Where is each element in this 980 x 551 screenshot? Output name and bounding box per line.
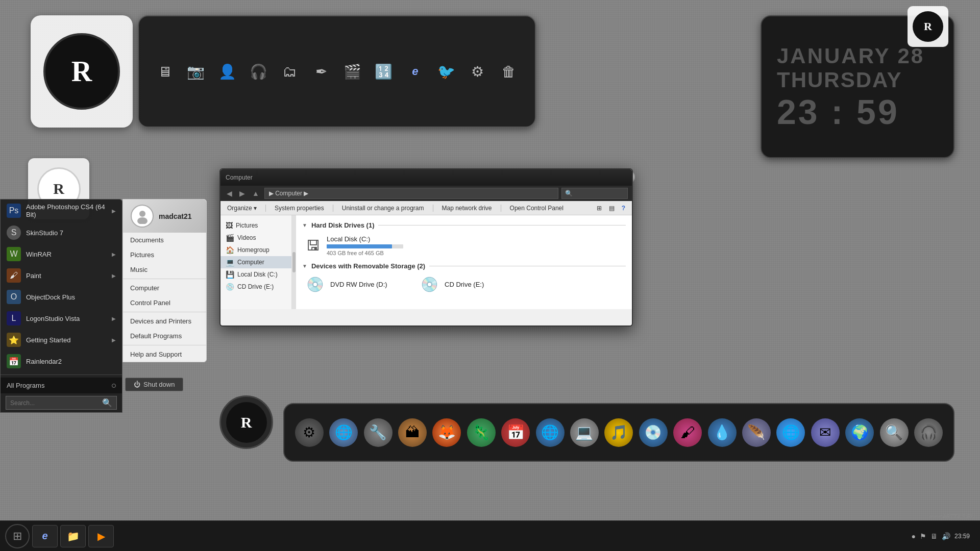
monitor-icon[interactable]: 🖥: [152, 58, 178, 85]
removable-section-label: Devices with Removable Storage (2): [311, 262, 425, 270]
dock-mail-icon[interactable]: ✉: [811, 418, 840, 447]
right-item-music[interactable]: Music: [123, 262, 206, 277]
ie-icon[interactable]: e: [402, 58, 428, 85]
sidebar-computer[interactable]: 💻 Computer: [220, 256, 291, 268]
dock-settings-icon[interactable]: ⚙: [295, 418, 324, 447]
forward-button[interactable]: ▶: [237, 188, 247, 198]
taskbar-explorer-btn[interactable]: 📁: [60, 525, 86, 547]
shutdown-button[interactable]: ⏻ Shut down: [125, 378, 183, 391]
scrollbar-thumb[interactable]: [292, 252, 296, 272]
view-btn[interactable]: ⊞: [594, 204, 604, 213]
removable-section-header[interactable]: ▼ Devices with Removable Storage (2): [302, 260, 626, 272]
view-btn2[interactable]: ▤: [606, 204, 617, 213]
dock-calendar-icon[interactable]: 📅: [501, 418, 530, 447]
headphones-icon[interactable]: 🎧: [246, 58, 272, 85]
sidebar-videos[interactable]: 🎬 Videos: [220, 232, 291, 244]
dock-globe-icon[interactable]: 🌐: [329, 418, 358, 447]
dock-water-icon[interactable]: 💧: [708, 418, 737, 447]
help-btn[interactable]: ?: [619, 204, 628, 213]
clock-date-line2: THURSDAY: [777, 68, 902, 92]
start-search-input[interactable]: [10, 399, 99, 407]
dock-headset-icon[interactable]: 🎧: [914, 418, 943, 447]
start-button[interactable]: ⊞: [5, 524, 30, 548]
uninstall-btn[interactable]: Uninstall or change a program: [339, 204, 427, 213]
bird-icon[interactable]: 🐦: [433, 58, 460, 85]
calculator-icon[interactable]: 🔢: [371, 58, 397, 85]
hard-disk-section-label: Hard Disk Drives (1): [311, 221, 375, 229]
section-arrow2: ▼: [302, 263, 307, 269]
tray-dot-icon: ●: [912, 532, 916, 540]
all-programs-label: All Programs: [7, 382, 108, 389]
dock-feather-icon[interactable]: 🪶: [742, 418, 771, 447]
up-button[interactable]: ▲: [250, 188, 261, 198]
sidebar-pictures[interactable]: 🖼 Pictures: [220, 219, 291, 232]
gear-icon[interactable]: ⚙: [464, 58, 491, 85]
tray-flag-icon: ⚑: [920, 532, 926, 540]
taskbar-ie-btn[interactable]: e: [32, 525, 58, 547]
right-item-help[interactable]: Help and Support: [123, 347, 206, 362]
start-item-label: Adobe Photoshop CS4 (64 Bit): [26, 203, 107, 218]
mapnetwork-label: Map network drive: [442, 205, 492, 212]
address-path[interactable]: ▶ Computer ▶: [264, 188, 558, 199]
sidebar-local-disk[interactable]: 💾 Local Disk (C:): [220, 268, 291, 281]
rainlendar-icon: 📅: [7, 354, 21, 368]
control-panel-btn[interactable]: Open Control Panel: [507, 204, 566, 213]
right-item-default-programs[interactable]: Default Programs: [123, 329, 206, 343]
contacts-icon[interactable]: 👤: [214, 58, 240, 85]
right-item-pictures[interactable]: Pictures: [123, 247, 206, 262]
trash-icon[interactable]: 🗑: [496, 58, 522, 85]
dock-gecko-icon[interactable]: 🦎: [467, 418, 496, 447]
back-button[interactable]: ◀: [225, 188, 234, 198]
dock-network-icon[interactable]: 🌐: [536, 418, 565, 447]
dock-network2-icon[interactable]: 🌐: [776, 418, 805, 447]
start-item-photoshop[interactable]: Ps Adobe Photoshop CS4 (64 Bit) ▶: [1, 199, 122, 222]
start-item-gettingstarted[interactable]: ⭐ Getting Started ▶: [1, 329, 122, 350]
start-item-paint[interactable]: 🖌 Paint ▶: [1, 265, 122, 286]
map-network-btn[interactable]: Map network drive: [439, 204, 495, 213]
dock-firefox-icon[interactable]: 🦊: [432, 418, 461, 447]
cd-drive-item[interactable]: 💿 CD Drive (E:): [416, 273, 529, 296]
dvd-drive-item[interactable]: 💿 DVD RW Drive (D:): [302, 273, 414, 296]
start-item-rainlendar[interactable]: 📅 Rainlendar2: [1, 350, 122, 372]
dock-photo-icon[interactable]: 🏔: [398, 418, 427, 447]
folder-icon[interactable]: 🗂: [277, 58, 303, 85]
shutdown-label: Shut down: [143, 381, 175, 388]
start-item-objectdock[interactable]: O ObjectDock Plus: [1, 286, 122, 308]
tray-volume-icon[interactable]: 🔊: [942, 532, 950, 540]
dock-tools-icon[interactable]: 🔧: [364, 418, 393, 447]
all-programs-row[interactable]: All Programs: [1, 378, 122, 393]
bottom-dock-logo[interactable]: R: [219, 395, 273, 449]
local-disk-c-item[interactable]: 🖫 Local Disk (C:) 403 GB free of 465 GB: [302, 232, 626, 259]
sidebar-scrollbar[interactable]: [292, 215, 296, 309]
drive-c-info: Local Disk (C:) 403 GB free of 465 GB: [327, 235, 622, 256]
dock-brush-icon[interactable]: 🖌: [673, 418, 702, 447]
right-item-devices[interactable]: Devices and Printers: [123, 314, 206, 329]
dock-globe2-icon[interactable]: 🌍: [845, 418, 874, 447]
taskbar-media-btn[interactable]: ▶: [88, 525, 114, 547]
start-item-label: ObjectDock Plus: [26, 293, 75, 301]
dock-disk-icon[interactable]: 💿: [639, 418, 668, 447]
explorer-addressbar: ◀ ▶ ▲ ▶ Computer ▶ 🔍: [220, 186, 632, 201]
hard-disk-section-header[interactable]: ▼ Hard Disk Drives (1): [302, 219, 626, 231]
system-properties-btn[interactable]: System properties: [272, 204, 327, 213]
tray-time: 23:59: [954, 533, 970, 540]
right-item-documents[interactable]: Documents: [123, 233, 206, 247]
dock-search2-icon[interactable]: 🔍: [880, 418, 909, 447]
pen-icon[interactable]: ✒: [308, 58, 334, 85]
sidebar-cd-drive[interactable]: 💿 CD Drive (E:): [220, 281, 291, 293]
cddrive-link: CD Drive (E:): [237, 283, 274, 290]
video-icon[interactable]: 🎬: [339, 58, 366, 85]
dock-dell-icon[interactable]: 💻: [570, 418, 599, 447]
system-tray: ● ⚑ 🖥 🔊 23:59: [912, 532, 975, 540]
start-item-winrar[interactable]: W WinRAR ▶: [1, 243, 122, 265]
start-search-bar[interactable]: 🔍: [6, 396, 117, 410]
start-item-skinstudio[interactable]: S SkinStudio 7: [1, 222, 122, 243]
right-item-computer[interactable]: Computer: [123, 281, 206, 295]
dock-music-icon[interactable]: 🎵: [604, 418, 633, 447]
organize-btn[interactable]: Organize ▾: [225, 204, 259, 213]
sidebar-homegroup[interactable]: 🏠 Homegroup: [220, 244, 291, 256]
camera-icon[interactable]: 📷: [183, 58, 209, 85]
explorer-search[interactable]: 🔍: [561, 188, 628, 199]
right-item-control-panel[interactable]: Control Panel: [123, 295, 206, 310]
start-item-logonstudio[interactable]: L LogonStudio Vista ▶: [1, 308, 122, 329]
